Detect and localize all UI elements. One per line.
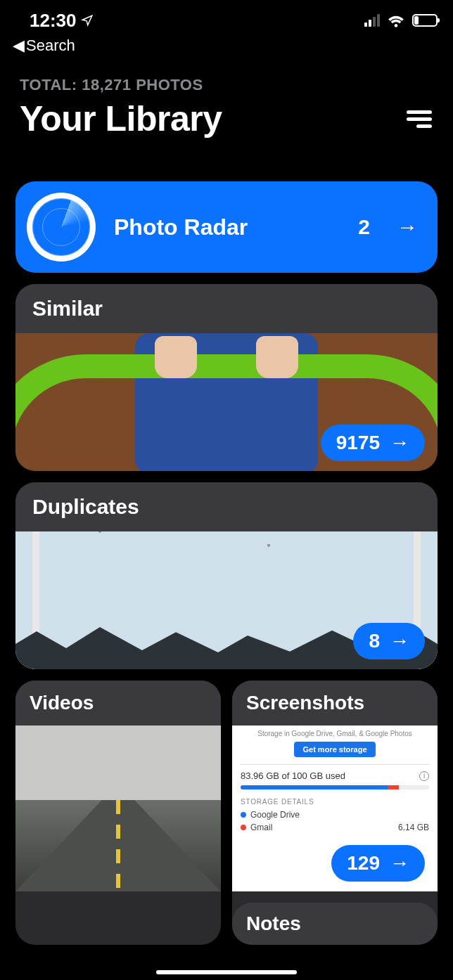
screenshots-preview: Storage in Google Drive, Gmail, & Google… xyxy=(232,726,438,891)
duplicates-count-pill[interactable]: 8 → xyxy=(353,623,425,659)
info-icon: i xyxy=(419,771,429,781)
screenshots-label: Screenshots xyxy=(232,681,438,726)
total-photos: TOTAL: 18,271 PHOTOS xyxy=(20,76,433,94)
screenshots-count: 129 xyxy=(347,852,380,875)
menu-icon[interactable] xyxy=(407,110,432,128)
radar-count: 2 xyxy=(358,215,370,239)
arrow-right-icon: → xyxy=(390,432,409,454)
storage-used: 83.96 GB of 100 GB used xyxy=(241,771,345,781)
similar-label: Similar xyxy=(15,284,438,333)
screenshots-count-pill[interactable]: 129 → xyxy=(331,845,425,882)
storage-item-gmail: Gmail 6.14 GB xyxy=(241,823,429,832)
similar-card[interactable]: Similar 9175 → xyxy=(15,284,438,471)
battery-icon xyxy=(412,14,438,27)
status-time: 12:30 xyxy=(30,10,77,32)
arrow-right-icon: → xyxy=(397,215,418,239)
screenshots-card[interactable]: Screenshots Storage in Google Drive, Gma… xyxy=(232,681,438,945)
notes-card[interactable]: Notes xyxy=(232,903,438,945)
arrow-right-icon: → xyxy=(390,852,409,875)
location-icon xyxy=(81,14,94,27)
similar-preview: 9175 → xyxy=(15,333,438,471)
photo-radar-card[interactable]: Photo Radar 2 → xyxy=(15,181,438,273)
storage-item-drive: Google Drive xyxy=(241,810,429,820)
similar-count-pill[interactable]: 9175 → xyxy=(321,425,425,461)
duplicates-preview: 8 → xyxy=(15,531,438,669)
radar-icon xyxy=(27,193,96,262)
videos-preview xyxy=(15,726,221,891)
status-bar: 12:30 xyxy=(0,0,453,34)
notes-label: Notes xyxy=(246,913,301,934)
duplicates-card[interactable]: Duplicates 8 → xyxy=(15,482,438,669)
cellular-icon xyxy=(364,14,380,27)
home-indicator[interactable] xyxy=(156,970,297,974)
storage-bar xyxy=(241,785,429,789)
get-storage-button: Get more storage xyxy=(294,742,375,757)
duplicates-count: 8 xyxy=(369,630,380,652)
radar-title: Photo Radar xyxy=(114,214,340,240)
duplicates-label: Duplicates xyxy=(15,482,438,531)
back-to-search[interactable]: ◀ Search xyxy=(0,34,453,55)
storage-details-heading: STORAGE DETAILS xyxy=(241,798,429,806)
similar-count: 9175 xyxy=(336,432,380,454)
storage-caption: Storage in Google Drive, Gmail, & Google… xyxy=(241,730,429,737)
page-title: Your Library xyxy=(20,98,222,139)
chevron-left-icon: ◀ xyxy=(13,38,25,53)
back-label: Search xyxy=(26,37,75,55)
videos-label: Videos xyxy=(15,681,221,726)
arrow-right-icon: → xyxy=(390,630,409,652)
videos-card[interactable]: Videos xyxy=(15,681,221,945)
wifi-icon xyxy=(387,13,405,27)
